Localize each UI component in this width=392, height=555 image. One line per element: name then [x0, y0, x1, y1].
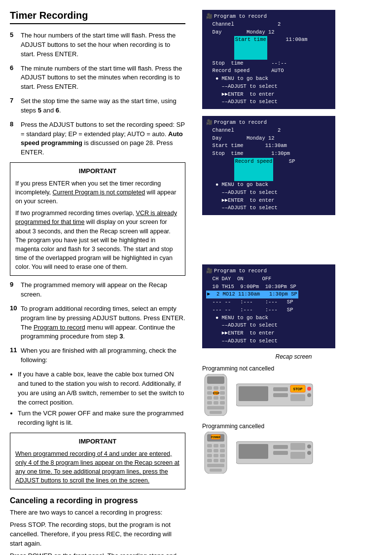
step-9-number: 9 — [10, 281, 19, 288]
screen2-adj2: ––ADJUST to select — [206, 204, 331, 212]
screen2-start: Start time 11:30am — [206, 142, 331, 150]
prog-not-cancelled-label: Programming not cancelled — [202, 365, 385, 372]
camera-icon-1: 🎥 — [206, 13, 213, 21]
screen2-day: Day Monday 12 — [206, 135, 331, 143]
cancel-intro: There are two ways to cancel a recording… — [10, 508, 185, 518]
step-7: 7 Set the stop time the same way as the … — [10, 97, 185, 115]
svg-rect-8 — [220, 391, 225, 395]
step-7-text: Set the stop time the same way as the st… — [21, 97, 185, 115]
screen1-channel: Channel 2 — [206, 21, 331, 29]
svg-rect-15 — [207, 406, 224, 409]
screen3-row2-highlight: ► 2 MO12 11:30am 1:30pm SP — [206, 291, 331, 298]
screen1-day: Day Monday 12 — [206, 29, 331, 37]
step-5-text: The hour numbers of the start time will … — [21, 31, 185, 59]
svg-rect-47 — [273, 451, 288, 455]
svg-rect-20 — [273, 393, 288, 397]
screen2-title-line: 🎥 Program to record — [206, 119, 331, 127]
prog-not-cancelled-section: Programming not cancelled STOP — [202, 365, 385, 474]
svg-rect-33 — [207, 449, 212, 452]
screen-2: 🎥 Program to record Channel 2 Day Monday… — [202, 116, 335, 215]
step-6-text: The minute numbers of the start time wil… — [21, 64, 185, 92]
step-8-text: Press the ADJUST buttons to set the reco… — [21, 120, 185, 157]
svg-rect-31 — [214, 444, 218, 447]
svg-text:STOP: STOP — [213, 392, 219, 395]
screen1-title-line: 🎥 Program to record — [206, 13, 331, 21]
svg-point-25 — [307, 393, 311, 397]
screen3-title: Program to record — [214, 267, 267, 275]
screen2-speed: Record speed SP — [206, 158, 331, 181]
step-5: 5 The hour numbers of the start time wil… — [10, 31, 185, 59]
important-box-2: IMPORTANT When programmed recording of 4… — [10, 433, 185, 489]
svg-rect-43 — [210, 469, 222, 472]
important-para-1: If you press ENTER when you set the time… — [15, 179, 180, 206]
important-title-2: IMPORTANT — [15, 437, 180, 446]
step-10: 10 To program additional recording times… — [10, 304, 185, 341]
svg-rect-32 — [220, 444, 225, 447]
vcr-illus-2: POWER — [202, 432, 385, 474]
step-8-number: 8 — [10, 120, 19, 128]
svg-text:STOP: STOP — [293, 387, 303, 391]
bullet-2: Turn the VCR power OFF and make sure the… — [18, 409, 185, 428]
remote-svg-2: POWER — [202, 432, 229, 474]
svg-rect-19 — [273, 387, 288, 391]
svg-point-50 — [307, 444, 311, 448]
screen1-adj2: ––ADJUST to select — [206, 98, 331, 106]
screen3-row4: --- -- :--- :--- SP — [206, 306, 331, 314]
important-title-1: IMPORTANT — [15, 167, 180, 176]
svg-rect-13 — [214, 401, 218, 405]
step-9-text: The programmed memory will appear on the… — [21, 281, 185, 299]
screen3-adj1: ––ADJUST to select — [206, 322, 331, 330]
screen3-row2: ► 2 MO12 11:30am 1:30pm SP — [206, 291, 298, 298]
svg-rect-30 — [207, 444, 212, 447]
screen1-starttime-highlight: Start time — [234, 36, 267, 59]
vcr-svg-1: STOP — [236, 381, 315, 408]
svg-rect-39 — [207, 459, 212, 462]
step-11-number: 11 — [10, 346, 19, 354]
svg-text:POWER: POWER — [211, 436, 220, 439]
step-11-text: When you are finished with all programmi… — [21, 346, 185, 365]
camera-icon-2: 🎥 — [206, 119, 213, 127]
svg-rect-34 — [214, 449, 218, 452]
left-column: Timer Recording 5 The hour numbers of th… — [0, 0, 192, 555]
vcr-svg-2 — [236, 439, 315, 466]
screen1-adj1: ––ADJUST to select — [206, 83, 331, 91]
screen3-menu: ● MENU to go back — [206, 314, 331, 322]
svg-rect-41 — [220, 459, 225, 462]
step-5-number: 5 — [10, 31, 19, 38]
svg-rect-40 — [214, 459, 218, 462]
svg-rect-18 — [239, 386, 268, 401]
svg-rect-2 — [207, 386, 212, 390]
screen2-menu: ● MENU to go back — [206, 181, 331, 189]
cancel-section-title: Canceling a recording in progress — [10, 496, 185, 505]
important-para-2: If two programmed recording times overla… — [15, 209, 180, 271]
step-9: 9 The programmed memory will appear on t… — [10, 281, 185, 299]
svg-rect-14 — [220, 401, 225, 405]
svg-rect-10 — [214, 396, 218, 400]
step-6-number: 6 — [10, 64, 19, 72]
screen1-menu: ● MENU to go back — [206, 75, 331, 83]
step-6: 6 The minute numbers of the start time w… — [10, 64, 185, 92]
svg-rect-9 — [207, 396, 212, 400]
step-11-bullets: If you have a cable box, leave the cable… — [18, 370, 185, 428]
svg-rect-48 — [290, 443, 305, 450]
svg-rect-3 — [214, 386, 218, 390]
svg-point-24 — [307, 387, 311, 391]
svg-rect-23 — [290, 394, 305, 401]
svg-rect-12 — [207, 401, 212, 405]
step-8: 8 Press the ADJUST buttons to set the re… — [10, 120, 185, 157]
remote-svg-1: STOP — [202, 374, 229, 416]
svg-rect-11 — [220, 396, 225, 400]
screen3-header: CH DAY ON OFF — [206, 275, 331, 283]
screen2-adj1: ––ADJUST to select — [206, 189, 331, 197]
recap-label: Recap screen — [202, 353, 385, 360]
screen3-title-line: 🎥 Program to record — [206, 267, 331, 275]
svg-rect-36 — [207, 454, 212, 457]
step-7-number: 7 — [10, 97, 19, 104]
prog-cancelled-label: Programming cancelled — [202, 423, 385, 430]
screen3-row1: 10 TH15 9:00Pm 10:30Pm SP — [206, 283, 331, 291]
svg-rect-46 — [273, 445, 288, 449]
cancel-power: Press POWER on the front panel. The reco… — [10, 552, 185, 555]
page-title: Timer Recording — [10, 10, 185, 24]
screen3-row3: --- -- :--- :--- SP — [206, 298, 331, 306]
screen1-speed: Record speed AUTO — [206, 67, 331, 75]
